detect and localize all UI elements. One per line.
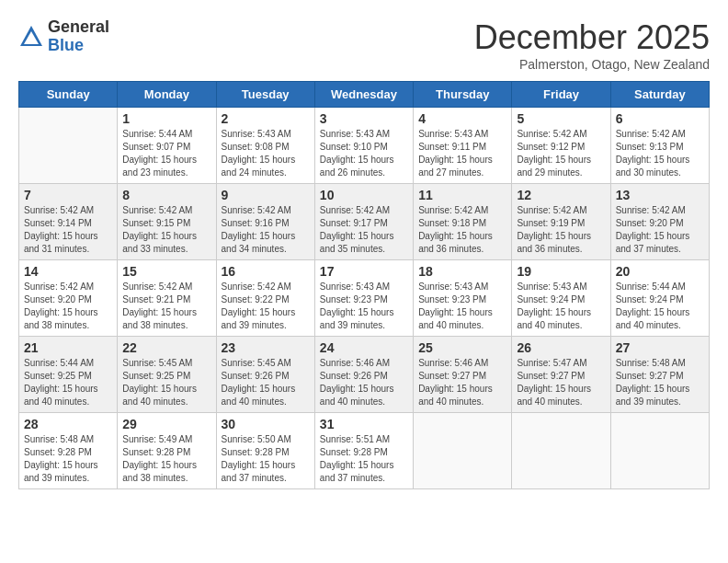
day-number: 18: [418, 264, 506, 279]
calendar-cell: 3Sunrise: 5:43 AM Sunset: 9:10 PM Daylig…: [314, 108, 413, 184]
day-number: 30: [222, 417, 310, 431]
logo-text: General Blue: [48, 18, 109, 55]
calendar-cell: 8Sunrise: 5:42 AM Sunset: 9:15 PM Daylig…: [118, 184, 216, 260]
day-number: 14: [24, 264, 112, 279]
day-info: Sunrise: 5:44 AM Sunset: 9:07 PM Dayligh…: [122, 128, 210, 179]
calendar-cell: 10Sunrise: 5:42 AM Sunset: 9:17 PM Dayli…: [314, 184, 413, 260]
day-info: Sunrise: 5:42 AM Sunset: 9:12 PM Dayligh…: [517, 128, 605, 179]
calendar-cell: [512, 413, 610, 489]
day-header-friday: Friday: [512, 82, 610, 108]
day-info: Sunrise: 5:46 AM Sunset: 9:27 PM Dayligh…: [418, 357, 506, 408]
day-info: Sunrise: 5:47 AM Sunset: 9:27 PM Dayligh…: [517, 357, 605, 408]
calendar-cell: 9Sunrise: 5:42 AM Sunset: 9:16 PM Daylig…: [216, 184, 314, 260]
day-info: Sunrise: 5:51 AM Sunset: 9:28 PM Dayligh…: [320, 433, 408, 485]
logo: General Blue: [18, 18, 109, 55]
calendar-cell: 21Sunrise: 5:44 AM Sunset: 9:25 PM Dayli…: [19, 337, 118, 413]
day-header-monday: Monday: [118, 82, 216, 108]
day-number: 26: [517, 340, 605, 355]
day-info: Sunrise: 5:42 AM Sunset: 9:13 PM Dayligh…: [616, 128, 704, 179]
day-number: 11: [418, 188, 506, 202]
day-info: Sunrise: 5:43 AM Sunset: 9:23 PM Dayligh…: [320, 281, 408, 332]
calendar-cell: 25Sunrise: 5:46 AM Sunset: 9:27 PM Dayli…: [414, 337, 512, 413]
calendar-cell: 6Sunrise: 5:42 AM Sunset: 9:13 PM Daylig…: [610, 108, 709, 184]
day-number: 20: [616, 264, 704, 279]
day-number: 5: [517, 111, 605, 126]
calendar-cell: 18Sunrise: 5:43 AM Sunset: 9:23 PM Dayli…: [414, 260, 512, 337]
day-number: 8: [122, 188, 210, 202]
calendar-cell: 31Sunrise: 5:51 AM Sunset: 9:28 PM Dayli…: [314, 413, 413, 489]
calendar-cell: 19Sunrise: 5:43 AM Sunset: 9:24 PM Dayli…: [512, 260, 610, 337]
day-number: 3: [320, 111, 408, 126]
calendar-cell: 16Sunrise: 5:42 AM Sunset: 9:22 PM Dayli…: [216, 260, 314, 337]
day-info: Sunrise: 5:43 AM Sunset: 9:24 PM Dayligh…: [517, 281, 605, 332]
day-header-tuesday: Tuesday: [216, 82, 314, 108]
calendar-cell: 5Sunrise: 5:42 AM Sunset: 9:12 PM Daylig…: [512, 108, 610, 184]
day-info: Sunrise: 5:44 AM Sunset: 9:25 PM Dayligh…: [24, 357, 112, 408]
day-number: 28: [24, 417, 112, 431]
calendar-cell: 20Sunrise: 5:44 AM Sunset: 9:24 PM Dayli…: [610, 260, 709, 337]
day-number: 4: [418, 111, 506, 126]
calendar-table: SundayMondayTuesdayWednesdayThursdayFrid…: [18, 81, 710, 489]
day-number: 17: [320, 264, 408, 279]
day-info: Sunrise: 5:49 AM Sunset: 9:28 PM Dayligh…: [122, 433, 210, 485]
day-info: Sunrise: 5:43 AM Sunset: 9:08 PM Dayligh…: [222, 128, 310, 179]
calendar-cell: 29Sunrise: 5:49 AM Sunset: 9:28 PM Dayli…: [118, 413, 216, 489]
calendar-cell: 12Sunrise: 5:42 AM Sunset: 9:19 PM Dayli…: [512, 184, 610, 260]
day-info: Sunrise: 5:43 AM Sunset: 9:23 PM Dayligh…: [418, 281, 506, 332]
calendar-cell: 17Sunrise: 5:43 AM Sunset: 9:23 PM Dayli…: [314, 260, 413, 337]
calendar-cell: 13Sunrise: 5:42 AM Sunset: 9:20 PM Dayli…: [610, 184, 709, 260]
day-number: 13: [616, 188, 704, 202]
calendar-cell: 2Sunrise: 5:43 AM Sunset: 9:08 PM Daylig…: [216, 108, 314, 184]
day-header-saturday: Saturday: [610, 82, 709, 108]
logo-general: General: [48, 18, 109, 37]
day-info: Sunrise: 5:45 AM Sunset: 9:26 PM Dayligh…: [222, 357, 310, 408]
day-info: Sunrise: 5:50 AM Sunset: 9:28 PM Dayligh…: [222, 433, 310, 485]
day-number: 31: [320, 417, 408, 431]
day-info: Sunrise: 5:42 AM Sunset: 9:17 PM Dayligh…: [320, 204, 408, 256]
calendar-cell: 28Sunrise: 5:48 AM Sunset: 9:28 PM Dayli…: [19, 413, 118, 489]
calendar-cell: 7Sunrise: 5:42 AM Sunset: 9:14 PM Daylig…: [19, 184, 118, 260]
day-info: Sunrise: 5:45 AM Sunset: 9:25 PM Dayligh…: [122, 357, 210, 408]
day-info: Sunrise: 5:42 AM Sunset: 9:20 PM Dayligh…: [616, 204, 704, 256]
day-info: Sunrise: 5:42 AM Sunset: 9:18 PM Dayligh…: [418, 204, 506, 256]
day-number: 2: [222, 111, 310, 126]
month-title: December 2025: [474, 18, 710, 57]
day-number: 23: [222, 340, 310, 355]
day-info: Sunrise: 5:44 AM Sunset: 9:24 PM Dayligh…: [616, 281, 704, 332]
day-info: Sunrise: 5:42 AM Sunset: 9:21 PM Dayligh…: [122, 281, 210, 332]
day-number: 29: [122, 417, 210, 431]
day-info: Sunrise: 5:42 AM Sunset: 9:15 PM Dayligh…: [122, 204, 210, 256]
day-info: Sunrise: 5:42 AM Sunset: 9:22 PM Dayligh…: [222, 281, 310, 332]
day-header-thursday: Thursday: [414, 82, 512, 108]
day-info: Sunrise: 5:42 AM Sunset: 9:14 PM Dayligh…: [24, 204, 112, 256]
day-header-wednesday: Wednesday: [314, 82, 413, 108]
calendar-cell: 22Sunrise: 5:45 AM Sunset: 9:25 PM Dayli…: [118, 337, 216, 413]
page-header: General Blue December 2025 Palmerston, O…: [18, 18, 710, 72]
calendar-cell: 30Sunrise: 5:50 AM Sunset: 9:28 PM Dayli…: [216, 413, 314, 489]
day-number: 15: [122, 264, 210, 279]
day-info: Sunrise: 5:48 AM Sunset: 9:27 PM Dayligh…: [616, 357, 704, 408]
day-number: 25: [418, 340, 506, 355]
day-number: 27: [616, 340, 704, 355]
day-number: 24: [320, 340, 408, 355]
day-number: 21: [24, 340, 112, 355]
day-number: 9: [222, 188, 310, 202]
day-number: 12: [517, 188, 605, 202]
calendar-cell: [19, 108, 118, 184]
calendar-cell: 1Sunrise: 5:44 AM Sunset: 9:07 PM Daylig…: [118, 108, 216, 184]
day-number: 16: [222, 264, 310, 279]
title-block: December 2025 Palmerston, Otago, New Zea…: [474, 18, 710, 72]
calendar-cell: 27Sunrise: 5:48 AM Sunset: 9:27 PM Dayli…: [610, 337, 709, 413]
calendar-cell: 11Sunrise: 5:42 AM Sunset: 9:18 PM Dayli…: [414, 184, 512, 260]
calendar-cell: 26Sunrise: 5:47 AM Sunset: 9:27 PM Dayli…: [512, 337, 610, 413]
day-info: Sunrise: 5:42 AM Sunset: 9:19 PM Dayligh…: [517, 204, 605, 256]
calendar-cell: 14Sunrise: 5:42 AM Sunset: 9:20 PM Dayli…: [19, 260, 118, 337]
day-info: Sunrise: 5:42 AM Sunset: 9:16 PM Dayligh…: [222, 204, 310, 256]
location-subtitle: Palmerston, Otago, New Zealand: [474, 57, 710, 72]
calendar-cell: 24Sunrise: 5:46 AM Sunset: 9:26 PM Dayli…: [314, 337, 413, 413]
day-info: Sunrise: 5:43 AM Sunset: 9:10 PM Dayligh…: [320, 128, 408, 179]
day-number: 7: [24, 188, 112, 202]
day-info: Sunrise: 5:43 AM Sunset: 9:11 PM Dayligh…: [418, 128, 506, 179]
calendar-cell: 4Sunrise: 5:43 AM Sunset: 9:11 PM Daylig…: [414, 108, 512, 184]
calendar-cell: [414, 413, 512, 489]
